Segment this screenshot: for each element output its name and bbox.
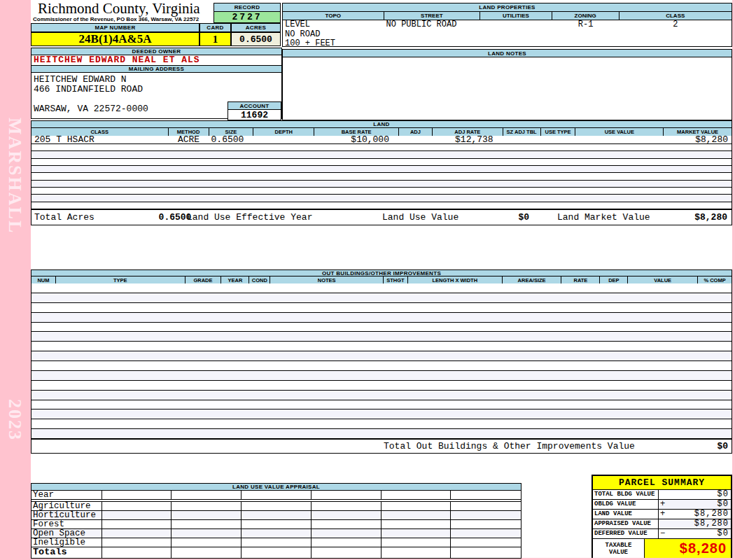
record-value: 2727	[214, 12, 281, 23]
land-use-appraisal-row-label: Ineligible	[31, 538, 102, 547]
parcel-summary-row-label: DEFERRED VALUE	[593, 529, 659, 538]
out-buildings-empty-row	[31, 323, 732, 332]
parcel-summary-operator	[659, 519, 667, 528]
land-table-cell: 205 T HSACR	[31, 136, 169, 144]
land-table-empty-row	[31, 188, 732, 195]
land-use-appraisal-empty-cell	[172, 529, 241, 538]
out-buildings-empty-row	[31, 332, 732, 342]
land-use-appraisal-empty-cell	[451, 491, 521, 499]
parcel-summary-title: PARCEL SUMMARY	[593, 476, 731, 490]
land-table-title: LAND	[31, 120, 732, 128]
account-box: ACCOUNT 11692	[227, 102, 281, 120]
card-label: CARD	[200, 23, 231, 32]
land-use-appraisal-row-label: Agriculture	[31, 502, 102, 510]
land-use-appraisal-empty-cell	[382, 502, 451, 510]
parcel-summary-operator: −	[659, 529, 667, 538]
land-use-appraisal-empty-cell	[451, 529, 521, 538]
land-table-cell: ACRE	[169, 136, 209, 144]
land-use-appraisal-row: Horticulture	[31, 511, 521, 520]
out-buildings-empty-row	[31, 351, 732, 361]
land-properties-column-header: ZONING	[552, 12, 620, 20]
out-buildings-total-row: Total Out Buildings & Other Improvements…	[31, 439, 732, 454]
parcel-summary-row-value: $0	[667, 529, 731, 538]
acres-value: 0.6500	[231, 32, 281, 46]
out-buildings-total-label: Total Out Buildings & Other Improvements…	[384, 440, 635, 453]
card-value: 1	[200, 32, 231, 46]
parcel-summary-row-right: $0	[659, 490, 731, 499]
out-buildings-column-header: STHGT	[384, 276, 408, 284]
out-buildings-empty-row	[31, 391, 732, 400]
land-use-appraisal-empty-cell	[312, 502, 382, 510]
land-properties-note-2: 100 + FEET	[285, 38, 335, 48]
land-properties-box: LAND PROPERTIES TOPOSTREETUTILITIESZONIN…	[282, 3, 732, 47]
land-use-appraisal-empty-cell	[102, 520, 172, 528]
land-use-appraisal-empty-cell	[241, 520, 312, 528]
land-use-appraisal-empty-cell	[241, 511, 312, 519]
land-table-empty-row	[31, 173, 732, 180]
land-market-value-label: Land Market Value	[557, 210, 650, 225]
account-label: ACCOUNT	[227, 102, 281, 110]
out-buildings-empty-row	[31, 313, 732, 323]
out-buildings-empty-row	[31, 371, 732, 381]
parcel-summary-row-right: +$0	[659, 500, 731, 509]
taxable-value-row: TAXABLE VALUE $8,280	[593, 539, 731, 558]
land-use-appraisal-row: Ineligible	[31, 538, 521, 547]
out-buildings-column-header: COND	[249, 276, 270, 284]
land-use-appraisal-empty-cell	[312, 520, 382, 528]
out-buildings-empty-row	[31, 381, 732, 391]
land-properties-column-header: STREET	[384, 12, 481, 20]
out-buildings-empty-rows	[31, 284, 732, 439]
land-table-empty-row	[31, 202, 732, 209]
land-use-appraisal-row: Forest	[31, 520, 521, 529]
out-buildings-column-header: VALUE	[628, 276, 698, 284]
record-label: RECORD	[214, 3, 281, 12]
land-table-cell	[503, 136, 541, 144]
out-buildings-column-header: NOTES	[270, 276, 384, 284]
out-buildings-column-header: NUM	[31, 276, 56, 284]
parcel-summary-row-label: TOTAL BLDG VALUE	[593, 490, 659, 499]
parcel-summary-row-value: $8,280	[667, 519, 731, 528]
land-properties-column-header: CLASS	[620, 12, 732, 20]
land-use-appraisal-empty-cell	[312, 538, 382, 547]
land-properties-title: LAND PROPERTIES	[283, 4, 732, 12]
out-buildings-header-row: NUMTYPEGRADEYEARCONDNOTESSTHGTLENGTH X W…	[31, 276, 732, 284]
out-buildings-empty-row	[31, 293, 732, 303]
mailing-address-line: HEITCHEW EDWARD N	[34, 74, 127, 85]
taxable-value-label: TAXABLE VALUE	[593, 539, 645, 558]
land-table-cell: $8,280	[664, 136, 732, 144]
land-table-cell	[575, 136, 664, 144]
land-market-value: $8,280	[694, 210, 727, 225]
land-table-empty-row	[31, 144, 732, 151]
land-use-appraisal-empty-cell	[172, 491, 241, 499]
land-table-cell: 0.6500	[209, 136, 253, 144]
land-table-column-header: USE VALUE	[575, 128, 664, 136]
land-use-appraisal-empty-cell	[382, 529, 451, 538]
total-acres-label: Total Acres	[34, 210, 94, 225]
land-use-appraisal-row: Totals	[31, 547, 521, 558]
land-notes-title: LAND NOTES	[283, 50, 732, 57]
land-table-empty-row	[31, 181, 732, 188]
land-properties-value: LEVEL	[283, 20, 384, 29]
map-number-label: MAP NUMBER	[31, 23, 200, 32]
out-buildings-empty-row	[31, 284, 732, 293]
land-table-empty-rows	[31, 144, 732, 209]
land-use-appraisal-empty-cell	[241, 547, 312, 558]
parcel-summary-row: OBLDG VALUE+$0	[593, 500, 731, 510]
land-use-appraisal-empty-cell	[241, 538, 312, 547]
out-buildings-title: OUT BUILDINGS/OTHER IMPROVEMENTS	[31, 270, 732, 276]
land-use-appraisal-row-label: Horticulture	[31, 511, 102, 519]
land-table-empty-row	[31, 151, 732, 158]
land-use-appraisal-empty-cell	[312, 547, 382, 558]
deeded-owner-value: HEITCHEW EDWARD NEAL ET ALS	[31, 55, 282, 65]
land-use-appraisal-empty-cell	[241, 502, 312, 510]
parcel-summary-row-right: −$0	[659, 529, 731, 538]
land-use-appraisal-empty-cell	[382, 491, 451, 499]
land-use-appraisal-rows: YearAgricultureHorticultureForestOpen Sp…	[31, 491, 521, 558]
out-buildings-empty-row	[31, 429, 732, 439]
mailing-address-line: WARSAW, VA 22572-0000	[34, 104, 148, 114]
property-card-app: { "sidebar": { "label": "MARSHALL", "yea…	[0, 0, 735, 560]
land-table-column-header: SZ ADJ TBL	[503, 128, 541, 136]
land-use-appraisal-empty-cell	[382, 520, 451, 528]
land-table-cell	[541, 136, 576, 144]
land-use-appraisal-empty-cell	[451, 511, 521, 519]
